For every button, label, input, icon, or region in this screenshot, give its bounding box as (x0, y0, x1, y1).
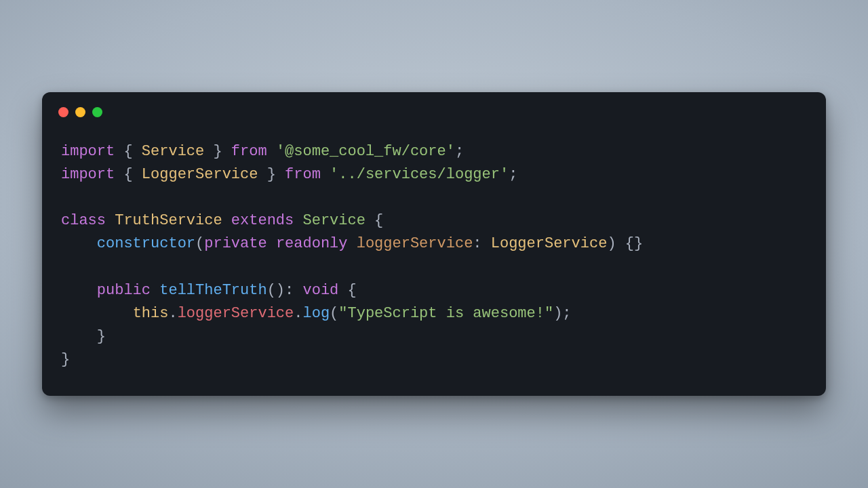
fn-tellthetruth: tellTheTruth (159, 282, 267, 299)
indent (61, 235, 97, 252)
keyword-from: from (231, 143, 267, 160)
string-msg: "TypeScript is awesome!" (338, 305, 553, 322)
minimize-icon[interactable] (75, 107, 85, 117)
punct (294, 212, 302, 229)
string-path: '@some_cool_fw/core' (276, 143, 455, 160)
code-line: constructor(private readonly loggerServi… (61, 235, 643, 252)
indent (61, 328, 97, 345)
punct: ; (455, 143, 464, 160)
fn-log: log (302, 305, 330, 322)
punct: . (294, 305, 302, 322)
punct: } (61, 351, 70, 368)
titlebar (42, 92, 826, 117)
indent (61, 305, 133, 322)
keyword-this: this (133, 305, 169, 322)
punct: : (473, 235, 490, 252)
punct: ( (330, 305, 338, 322)
punct: { (115, 166, 142, 183)
keyword-public: public (97, 282, 151, 299)
punct: ( (195, 235, 204, 252)
punct: { (115, 143, 142, 160)
zoom-icon[interactable] (92, 107, 102, 117)
punct (151, 282, 159, 299)
code-line (61, 189, 70, 206)
punct: (): (267, 282, 303, 299)
punct: { (366, 212, 383, 229)
punct (222, 212, 231, 229)
string-path: '../services/logger' (330, 166, 509, 183)
code-line: import { LoggerService } from '../servic… (61, 166, 517, 183)
keyword-class: class (61, 212, 106, 229)
punct (267, 235, 276, 252)
punct: ); (553, 305, 571, 322)
punct (321, 166, 330, 183)
code-line: } (61, 351, 70, 368)
punct: . (168, 305, 177, 322)
punct: ; (509, 166, 517, 183)
indent (61, 282, 97, 299)
param-loggerservice: loggerService (357, 235, 473, 252)
fn-constructor: constructor (97, 235, 195, 252)
prop-loggerservice: loggerService (178, 305, 294, 322)
punct: } (204, 143, 231, 160)
code-block: import { Service } from '@some_cool_fw/c… (42, 117, 826, 371)
ident-truthservice: TruthService (115, 212, 222, 229)
punct: } (258, 166, 285, 183)
punct (267, 143, 276, 160)
ident-service: Service (142, 143, 204, 160)
code-line: import { Service } from '@some_cool_fw/c… (61, 143, 464, 160)
punct: { (338, 282, 356, 299)
punct: ) {} (607, 235, 643, 252)
ident-service: Service (302, 212, 365, 229)
punct (106, 212, 115, 229)
code-line: public tellTheTruth(): void { (61, 282, 357, 299)
code-line (61, 259, 70, 276)
keyword-import: import (61, 143, 115, 160)
keyword-import: import (61, 166, 115, 183)
punct (348, 235, 357, 252)
type-void: void (302, 282, 338, 299)
code-line: class TruthService extends Service { (61, 212, 383, 229)
close-icon[interactable] (58, 107, 68, 117)
code-line: } (61, 328, 106, 345)
code-window: import { Service } from '@some_cool_fw/c… (42, 92, 826, 396)
keyword-from: from (285, 166, 321, 183)
type-loggerservice: LoggerService (491, 235, 608, 252)
code-line: this.loggerService.log("TypeScript is aw… (61, 305, 572, 322)
punct: } (97, 328, 106, 345)
keyword-readonly: readonly (276, 235, 348, 252)
keyword-extends: extends (231, 212, 294, 229)
keyword-private: private (204, 235, 267, 252)
ident-logger: LoggerService (142, 166, 258, 183)
